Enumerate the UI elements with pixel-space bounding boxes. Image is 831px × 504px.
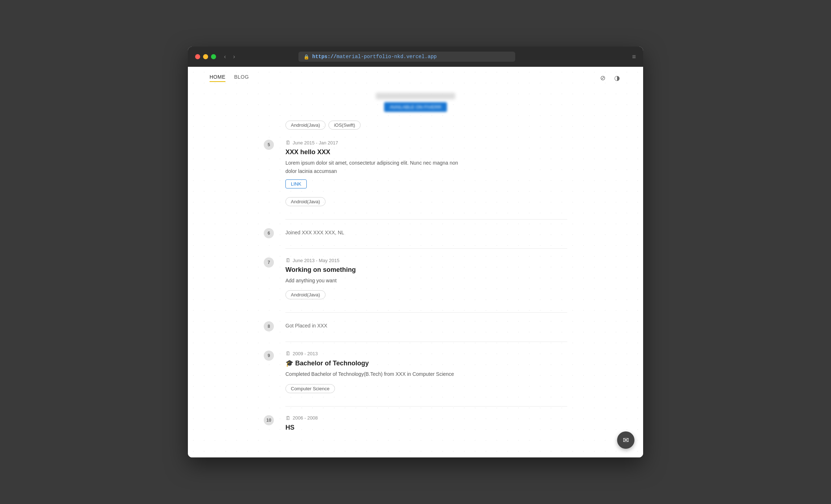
tag-android-java-5[interactable]: Android(Java) [285, 197, 326, 206]
timeline-item-6: 6 Joined XXX XXX XXX, NL [285, 228, 567, 237]
timeline-tags-9: Computer Science [285, 383, 567, 395]
traffic-light-green[interactable] [211, 54, 216, 59]
timeline-title-5: XXX hello XXX [285, 148, 567, 156]
calendar-icon-5: 🗓 [285, 140, 290, 145]
nav-right-icons: ⊘ ◑ [599, 73, 621, 83]
timeline-title-10: HS [285, 424, 567, 431]
timeline-link-5[interactable]: LINK [285, 179, 307, 188]
nav-link-home[interactable]: HOME [210, 74, 225, 82]
milestone-text-8: Got Placed in XXX [285, 321, 567, 330]
content-area: AVAILABLE ON FIVERR Android(Java) iOS(Sw… [242, 89, 589, 457]
url-text: https://material-portfolio-nkd.vercel.ap… [312, 54, 436, 60]
timeline-number-7: 7 [264, 257, 274, 268]
timeline-item-9: 9 🗓 2009 - 2013 🎓 Bachelor of Technology… [285, 351, 567, 394]
timeline-date-7: 🗓 June 2013 - May 2015 [285, 257, 567, 263]
separator-9 [285, 406, 567, 407]
timeline-desc-7: Add anything you want [285, 277, 466, 284]
calendar-icon-7: 🗓 [285, 257, 290, 263]
timeline-tags-5: Android(Java) [285, 196, 567, 208]
calendar-icon-9: 🗓 [285, 351, 290, 356]
traffic-light-yellow[interactable] [203, 54, 208, 59]
tag-android-java-top[interactable]: Android(Java) [285, 121, 326, 130]
url-protocol: https:// [312, 54, 336, 60]
separator-5 [285, 219, 567, 220]
timeline: 5 🗓 June 2015 - Jan 2017 XXX hello XXX L… [264, 140, 567, 431]
timeline-date-10: 🗓 2006 - 2008 [285, 415, 567, 421]
browser-titlebar: ‹ › 🔒 https://material-portfolio-nkd.ver… [188, 47, 643, 67]
timeline-item-10: 10 🗓 2006 - 2008 HS [285, 415, 567, 431]
forward-button[interactable]: › [231, 53, 237, 61]
traffic-light-red[interactable] [195, 54, 200, 59]
blurred-header: AVAILABLE ON FIVERR [264, 89, 567, 112]
timeline-item-7: 7 🗓 June 2013 - May 2015 Working on some… [285, 257, 567, 301]
hamburger-menu-icon[interactable]: ≡ [632, 53, 636, 61]
nav-link-blog[interactable]: BLOG [234, 74, 249, 82]
tag-ios-swift[interactable]: iOS(Swift) [328, 121, 361, 130]
browser-window: ‹ › 🔒 https://material-portfolio-nkd.ver… [188, 47, 643, 457]
timeline-date-text-5: June 2015 - Jan 2017 [293, 140, 338, 145]
email-fab-button[interactable]: ✉ [617, 431, 634, 449]
timeline-date-9: 🗓 2009 - 2013 [285, 351, 567, 356]
available-on-fiverr-button[interactable]: AVAILABLE ON FIVERR [384, 102, 447, 112]
address-bar[interactable]: 🔒 https://material-portfolio-nkd.vercel.… [298, 52, 515, 62]
nav-arrows: ‹ › [222, 53, 237, 61]
separator-6 [285, 248, 567, 249]
timeline-date-text-9: 2009 - 2013 [293, 351, 318, 356]
dark-mode-toggle-button[interactable]: ◑ [613, 73, 621, 83]
back-button[interactable]: ‹ [222, 53, 228, 61]
traffic-lights [195, 54, 216, 59]
tag-computer-science[interactable]: Computer Science [285, 384, 335, 393]
timeline-desc-9: Completed Bachelor of Technology(B.Tech)… [285, 370, 466, 378]
timeline-number-6: 6 [264, 228, 274, 238]
separator-7 [285, 312, 567, 313]
timeline-number-5: 5 [264, 140, 274, 150]
tag-android-java-7[interactable]: Android(Java) [285, 290, 326, 299]
nav-links: HOME BLOG [210, 74, 249, 82]
above-fold-tags: Android(Java) iOS(Swift) [285, 119, 567, 131]
top-nav: HOME BLOG ⊘ ◑ [188, 67, 643, 89]
timeline-date-text-7: June 2013 - May 2015 [293, 258, 339, 263]
timeline-item-8: 8 Got Placed in XXX [285, 321, 567, 330]
lock-icon: 🔒 [303, 54, 309, 60]
calendar-icon-10: 🗓 [285, 415, 290, 421]
milestone-text-6: Joined XXX XXX XXX, NL [285, 228, 567, 237]
timeline-number-9: 9 [264, 351, 274, 361]
separator-8 [285, 342, 567, 342]
timeline-title-7: Working on something [285, 266, 567, 274]
timeline-date-text-10: 2006 - 2008 [293, 415, 318, 421]
url-host: material-portfolio-nkd.vercel.app [336, 54, 436, 60]
timeline-title-9: 🎓 Bachelor of Technology [285, 359, 567, 367]
timeline-number-10: 10 [264, 415, 274, 425]
blurred-name [376, 93, 455, 99]
timeline-desc-5: Lorem ipsum dolor sit amet, consectetur … [285, 159, 466, 175]
no-image-toggle-button[interactable]: ⊘ [599, 73, 607, 83]
timeline-item-5: 5 🗓 June 2015 - Jan 2017 XXX hello XXX L… [285, 140, 567, 208]
timeline-number-8: 8 [264, 321, 274, 331]
timeline-date-5: 🗓 June 2015 - Jan 2017 [285, 140, 567, 145]
email-fab-icon: ✉ [623, 436, 629, 444]
browser-content: HOME BLOG ⊘ ◑ AVAILABLE ON FIVERR Androi… [188, 67, 643, 457]
timeline-tags-7: Android(Java) [285, 289, 567, 301]
